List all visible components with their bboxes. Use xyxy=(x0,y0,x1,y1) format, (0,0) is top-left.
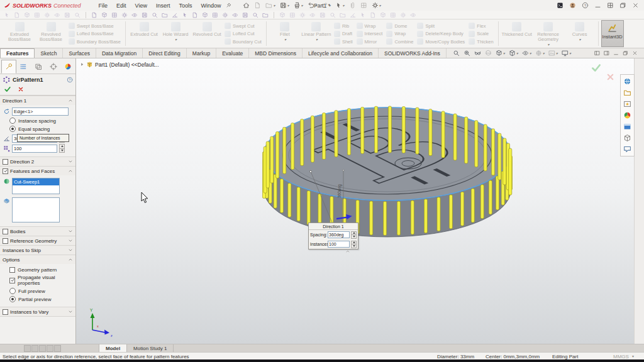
section-bodies-header[interactable]: Bodies xyxy=(0,227,75,236)
cancel-button[interactable] xyxy=(18,86,24,92)
ribbon-lofted-cut-button[interactable]: Lofted Cut xyxy=(225,30,262,38)
toolbar-icon-2-11[interactable] xyxy=(192,12,198,18)
spacing-spinner[interactable] xyxy=(351,231,357,239)
ribbon-rib-button[interactable]: Rib xyxy=(334,22,353,30)
ribbon-lofted-boss-base-button[interactable]: Lofted Boss/Base xyxy=(69,30,121,38)
section-reference-geometry-header[interactable]: Reference Geometry xyxy=(0,236,75,245)
menu-view[interactable]: View xyxy=(135,3,147,9)
ribbon-delete-keep-body-button[interactable]: Delete/Keep Body xyxy=(417,30,465,38)
featuremanager-tab[interactable] xyxy=(16,60,31,74)
tab-markup[interactable]: Markup xyxy=(187,48,216,58)
instances-field[interactable]: 100 xyxy=(12,145,57,153)
toolbar-icon-2-2[interactable] xyxy=(101,12,108,18)
taskpane-view-palette-button[interactable] xyxy=(623,100,631,108)
spacing-value-field[interactable]: 360deg xyxy=(328,231,350,238)
tab-evaluate[interactable]: Evaluate xyxy=(216,48,249,58)
toolbar-icon-2-10[interactable] xyxy=(182,12,188,18)
taskpane-3dexperience-button[interactable] xyxy=(623,77,631,85)
tab-data-migration[interactable]: Data Migration xyxy=(96,48,143,58)
toolbar-icon-2-9[interactable] xyxy=(172,12,178,18)
help-button[interactable]: ? xyxy=(582,2,589,9)
confirm-ok-corner[interactable] xyxy=(591,62,602,74)
collapse-callout-icon[interactable] xyxy=(345,249,350,254)
tab-mbd-dimensions[interactable]: MBD Dimensions xyxy=(249,48,303,58)
ribbon-intersect-button[interactable]: Intersect xyxy=(357,30,383,38)
ribbon-flex-button[interactable]: Flex xyxy=(469,22,493,30)
dropdown-caret-icon[interactable]: ▾ xyxy=(548,43,550,47)
toolbar-icon-2-8[interactable] xyxy=(162,12,168,18)
dropdown-caret-icon[interactable]: ▾ xyxy=(316,38,318,41)
section-instances-to-vary-header[interactable]: Instances to Vary xyxy=(0,307,75,316)
tab-direct-editing[interactable]: Direct Editing xyxy=(143,48,187,58)
menu-insert[interactable]: Insert xyxy=(156,3,170,9)
apply-scene-button[interactable]: ▾ xyxy=(548,50,558,57)
dropdown-caret-icon[interactable]: ▾ xyxy=(284,38,286,41)
toolbar-icon-3-7[interactable] xyxy=(340,12,346,18)
toolbar-icon-2-3[interactable] xyxy=(111,12,118,18)
toolbar-icon-2-12[interactable] xyxy=(202,12,208,18)
toolbar-icon-2-1[interactable] xyxy=(91,12,97,18)
menu-tools[interactable]: Tools xyxy=(179,3,192,9)
section-direction2-header[interactable]: Direction 2 xyxy=(0,157,75,166)
section-instances-to-skip-header[interactable]: Instances to Skip xyxy=(0,246,75,255)
dropdown-caret-icon[interactable]: ▾ xyxy=(175,38,177,41)
units-caret-icon[interactable]: ▾ xyxy=(632,354,634,358)
edit-appearance-button[interactable]: ▾ xyxy=(535,50,545,57)
qa-cell-table-button[interactable] xyxy=(360,2,367,9)
minimize-app-button[interactable] xyxy=(594,2,601,9)
dimxpertmanager-tab[interactable] xyxy=(46,60,61,74)
toolbar-icon-2-4[interactable] xyxy=(121,12,128,18)
toolbar-icon-3-14[interactable] xyxy=(410,12,416,18)
displaymanager-tab[interactable] xyxy=(60,60,75,74)
ribbon-combine-button[interactable]: Combine xyxy=(386,38,413,45)
tab-surfaces[interactable]: Surfaces xyxy=(63,48,96,58)
qa-home-button[interactable] xyxy=(243,2,250,9)
dropdown-caret-icon[interactable]: ▾ xyxy=(273,4,275,8)
dropdown-caret-icon[interactable]: ▾ xyxy=(343,4,345,8)
confirm-cancel-corner[interactable] xyxy=(606,72,615,82)
partial-preview-radio[interactable] xyxy=(9,296,16,302)
menu-file[interactable]: File xyxy=(99,3,108,9)
section-features-faces-header[interactable]: Features and Faces xyxy=(0,167,75,175)
dropdown-caret-icon[interactable]: ▾ xyxy=(543,52,545,55)
qa-print-button[interactable]: ▾ xyxy=(294,2,303,9)
taskpane-forum-button[interactable] xyxy=(623,145,631,153)
toolbar-icon-1-8[interactable] xyxy=(74,12,80,18)
zoom-to-area-button[interactable] xyxy=(464,50,470,57)
ribbon-extruded-cut-button[interactable]: Extruded Cut xyxy=(128,20,160,47)
dropdown-caret-icon[interactable]: ▾ xyxy=(569,52,571,55)
faces-list[interactable] xyxy=(12,197,60,222)
menu-edit[interactable]: Edit xyxy=(116,3,126,9)
expand-tree-icon[interactable] xyxy=(80,62,84,67)
toolbar-icon-1-6[interactable] xyxy=(54,12,60,18)
dropdown-caret-icon[interactable]: ▾ xyxy=(530,52,531,55)
qa-options-settings-button[interactable]: ▾ xyxy=(372,2,381,9)
toolbar-icon-3-13[interactable] xyxy=(400,12,406,18)
console-button[interactable] xyxy=(557,2,564,9)
window-layout-button[interactable] xyxy=(607,2,614,9)
qa-save-button[interactable]: ▾ xyxy=(280,2,289,9)
direction1-callout[interactable]: Direction 1 Spacing: 360deg Instances: 1… xyxy=(308,222,358,250)
ribbon-split-button[interactable]: Split xyxy=(417,22,465,30)
taskpane-appearances-button[interactable] xyxy=(623,111,631,119)
direction2-checkbox[interactable] xyxy=(3,159,8,165)
toolbar-icon-1-7[interactable] xyxy=(64,12,70,18)
view-orientation-button[interactable]: ▾ xyxy=(496,50,505,57)
bottom-tab-model[interactable]: Model xyxy=(99,344,127,352)
qa-attach-button[interactable] xyxy=(349,2,356,9)
ribbon-boundary-cut-button[interactable]: Boundary Cut xyxy=(225,38,262,45)
status-units[interactable]: MMGS xyxy=(613,354,629,359)
taskpane-file-explorer-button[interactable] xyxy=(623,123,631,131)
configurationmanager-tab[interactable] xyxy=(31,60,46,74)
qa-redo-button[interactable]: ▾ xyxy=(321,2,331,9)
previous-view-button[interactable] xyxy=(474,50,481,57)
instances-value-field[interactable]: 100 xyxy=(328,241,350,248)
toolbar-icon-2-15[interactable] xyxy=(232,12,238,18)
ribbon-reference-geometry-button[interactable]: Reference Geometry▾ xyxy=(533,20,564,47)
tab-solidworks-add-ins[interactable]: SOLIDWORKS Add-Ins xyxy=(379,48,447,58)
ribbon-mirror-button[interactable]: Mirror xyxy=(357,38,383,45)
flyout-feature-tree[interactable]: Part1 (Default) <<Default... xyxy=(80,61,159,68)
dropdown-caret-icon[interactable]: ▾ xyxy=(579,38,581,41)
ribbon-scale-button[interactable]: Scale xyxy=(469,30,493,38)
equal-spacing-radio[interactable] xyxy=(9,126,16,132)
